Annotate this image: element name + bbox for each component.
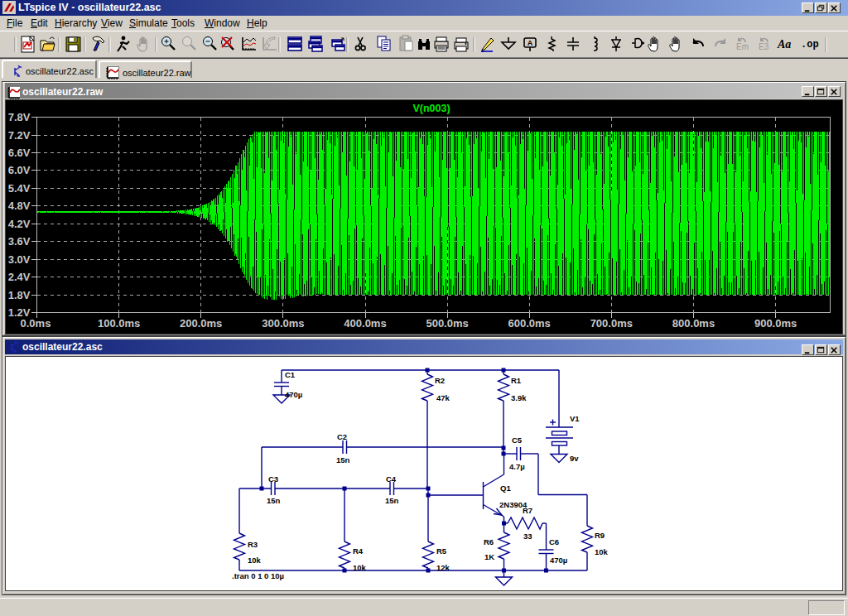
svg-text:500.0ms: 500.0ms	[426, 317, 468, 330]
svg-text:4.2V: 4.2V	[8, 218, 31, 230]
svg-text:300.0ms: 300.0ms	[262, 317, 304, 330]
svg-text:470µ: 470µ	[550, 556, 567, 565]
svg-text:Em: Em	[736, 42, 749, 51]
svg-text:15n: 15n	[267, 496, 281, 505]
svg-text:R1: R1	[511, 376, 522, 385]
svg-text:Aa: Aa	[777, 38, 791, 51]
svg-text:100.0ms: 100.0ms	[98, 317, 140, 330]
svg-text:.tran 0 1 0 10µ: .tran 0 1 0 10µ	[232, 571, 284, 580]
svg-text:R2: R2	[435, 376, 445, 385]
svg-text:470µ: 470µ	[285, 390, 302, 399]
svg-text:10k: 10k	[248, 556, 262, 565]
svg-text:V1: V1	[570, 414, 580, 423]
svg-text:R6: R6	[484, 537, 494, 546]
svg-text:C5: C5	[512, 436, 523, 445]
svg-text:C2: C2	[337, 432, 347, 441]
svg-text:12k: 12k	[436, 563, 450, 572]
svg-text:9v: 9v	[570, 454, 579, 463]
svg-text:700.0ms: 700.0ms	[590, 317, 633, 330]
svg-text:C3: C3	[268, 474, 278, 484]
svg-text:6.6V: 6.6V	[8, 147, 31, 159]
svg-text:900.0ms: 900.0ms	[754, 317, 797, 330]
svg-text:C6: C6	[549, 537, 559, 546]
svg-text:R4: R4	[353, 546, 364, 556]
svg-text:6.0V: 6.0V	[8, 164, 31, 176]
svg-text:3.0V: 3.0V	[8, 253, 31, 266]
svg-text:A: A	[528, 39, 533, 47]
svg-text:V(n003): V(n003)	[412, 103, 450, 114]
svg-text:0.0ms: 0.0ms	[21, 317, 51, 330]
svg-text:2.4V: 2.4V	[8, 271, 31, 283]
svg-text:400.0ms: 400.0ms	[344, 317, 386, 330]
svg-text:C1: C1	[285, 370, 296, 379]
svg-text:15n: 15n	[385, 496, 399, 505]
svg-text:Q1: Q1	[500, 484, 511, 493]
svg-text:200.0ms: 200.0ms	[180, 317, 222, 330]
svg-text:R5: R5	[436, 546, 447, 556]
svg-text:E3: E3	[759, 42, 769, 51]
svg-text:4.8V: 4.8V	[8, 200, 31, 212]
svg-text:1K: 1K	[484, 552, 494, 561]
svg-text:33: 33	[523, 532, 532, 541]
svg-text:R3: R3	[248, 540, 258, 549]
svg-text:47k: 47k	[436, 393, 450, 402]
svg-text:4.7µ: 4.7µ	[509, 462, 525, 471]
svg-text:5.4V: 5.4V	[8, 182, 31, 195]
svg-text:R9: R9	[595, 531, 605, 540]
svg-text:3.9k: 3.9k	[511, 393, 527, 402]
svg-text:15n: 15n	[336, 455, 350, 464]
svg-text:7.2V: 7.2V	[8, 129, 31, 142]
svg-text:10k: 10k	[595, 547, 609, 556]
svg-text:800.0ms: 800.0ms	[672, 317, 715, 330]
svg-text:1.8V: 1.8V	[8, 289, 31, 301]
svg-text:10k: 10k	[353, 563, 367, 572]
svg-text:3.6V: 3.6V	[8, 235, 31, 248]
svg-text:600.0ms: 600.0ms	[508, 317, 551, 330]
svg-text:R7: R7	[523, 506, 532, 515]
svg-text:.op: .op	[801, 39, 819, 51]
svg-text:C4: C4	[386, 474, 397, 484]
svg-text:7.8V: 7.8V	[8, 111, 31, 123]
